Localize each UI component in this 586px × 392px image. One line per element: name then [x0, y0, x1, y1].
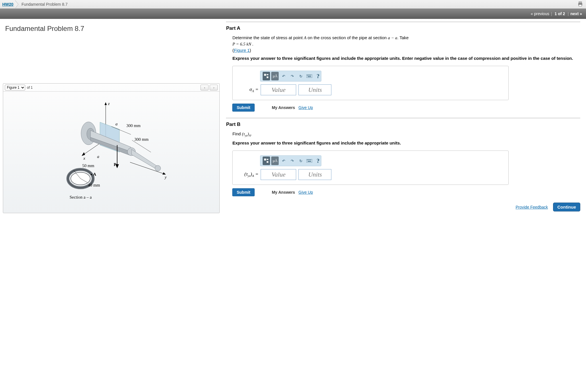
help-icon[interactable]: ? — [316, 73, 319, 80]
figure-diagram: z x y a a A — [51, 95, 172, 209]
right-column: Part A Determine the state of stress at … — [223, 19, 586, 217]
chevron-right-icon — [15, 0, 19, 9]
print-icon[interactable] — [577, 1, 583, 7]
part-b-submit-row: Submit My Answers Give Up — [232, 188, 580, 196]
figure-next-button[interactable]: › — [210, 85, 218, 90]
part-a-submit-row: Submit My Answers Give Up — [232, 104, 580, 112]
part-b-give-up[interactable]: Give Up — [298, 190, 313, 195]
svg-text:300 mm: 300 mm — [134, 137, 149, 142]
keyboard-icon[interactable] — [306, 72, 313, 80]
continue-button[interactable]: Continue — [553, 203, 580, 211]
part-a-my-answers[interactable]: My Answers — [272, 105, 295, 110]
part-a: Part A Determine the state of stress at … — [226, 22, 580, 112]
part-a-value-input[interactable] — [261, 84, 296, 95]
help-icon[interactable]: ? — [316, 158, 319, 164]
svg-rect-50 — [308, 76, 311, 77]
svg-point-23 — [155, 165, 161, 171]
svg-marker-22 — [131, 149, 158, 170]
svg-text:x: x — [83, 156, 85, 161]
svg-text:50 mm: 50 mm — [82, 163, 94, 168]
svg-rect-59 — [310, 160, 311, 160]
svg-rect-44 — [306, 74, 312, 78]
nav-strip: « previous | 1 of 2 | next » — [0, 9, 586, 19]
svg-rect-57 — [309, 160, 309, 160]
part-b-value-input[interactable] — [261, 169, 296, 180]
part-a-lhs: σA = — [238, 87, 258, 93]
equation-toolbar: µÅ ↶ ↷ ↻ ? — [260, 155, 321, 166]
part-a-give-up[interactable]: Give Up — [298, 105, 313, 110]
part-a-instructions: Express your answer to three significant… — [232, 56, 580, 61]
keyboard-icon[interactable] — [306, 157, 313, 165]
svg-rect-52 — [267, 159, 268, 160]
undo-icon[interactable]: ↶ — [280, 72, 287, 80]
figure-prev-button[interactable]: ‹ — [200, 85, 209, 90]
svg-rect-42 — [267, 74, 268, 75]
svg-text:300 mm: 300 mm — [126, 123, 141, 128]
symbols-icon[interactable]: µÅ — [271, 72, 279, 80]
svg-point-34 — [91, 174, 92, 175]
svg-text:P: P — [114, 162, 116, 167]
nav-next[interactable]: next » — [571, 11, 582, 16]
svg-text:A: A — [93, 172, 96, 177]
svg-rect-45 — [307, 75, 308, 76]
part-b-title: Part B — [226, 122, 580, 127]
svg-rect-41 — [264, 74, 266, 76]
nav-counter: 1 of 2 — [554, 11, 565, 16]
hw-link[interactable]: HW20 — [2, 2, 13, 7]
svg-text:a: a — [115, 122, 118, 126]
figure-link[interactable]: Figure 1 — [234, 48, 249, 53]
redo-icon[interactable]: ↷ — [288, 72, 296, 80]
svg-rect-43 — [267, 76, 268, 78]
figure-count: of 1 — [27, 86, 33, 90]
symbols-icon[interactable]: µÅ — [271, 157, 279, 165]
svg-rect-55 — [307, 160, 308, 160]
provide-feedback-link[interactable]: Provide Feedback — [516, 205, 548, 209]
page-title: Fundamental Problem 8.7 — [5, 25, 219, 33]
figure-panel: Figure 1 of 1 ‹ › z x — [3, 83, 220, 213]
svg-text:Section a – a: Section a – a — [70, 195, 92, 199]
svg-text:y: y — [164, 175, 167, 179]
reset-icon[interactable]: ↻ — [297, 157, 304, 165]
svg-marker-7 — [82, 152, 85, 156]
svg-rect-49 — [310, 75, 311, 76]
template-icon[interactable] — [263, 157, 270, 165]
svg-text:a: a — [97, 154, 99, 159]
undo-icon[interactable]: ↶ — [280, 157, 287, 165]
part-b: Part B Find (τyz)A. Express your answer … — [226, 118, 580, 196]
nav-previous[interactable]: « previous — [531, 11, 549, 16]
figure-toolbar: Figure 1 of 1 ‹ › — [3, 84, 219, 92]
svg-text:z: z — [108, 101, 110, 106]
part-b-prompt: Find (τyz)A. — [232, 131, 580, 138]
svg-rect-2 — [579, 5, 582, 6]
part-b-instructions: Express your answer to three significant… — [232, 140, 580, 146]
part-b-units-input[interactable] — [298, 169, 331, 180]
part-a-submit-button[interactable]: Submit — [232, 104, 254, 112]
part-b-lhs: (τyz)A = — [238, 171, 258, 177]
part-b-answer-box: µÅ ↶ ↷ ↻ ? (τyz)A = — [232, 151, 508, 185]
svg-text:40 mm: 40 mm — [88, 183, 100, 187]
breadcrumb-bar: HW20 Fundamental Problem 8.7 — [0, 0, 586, 9]
svg-rect-56 — [308, 160, 308, 160]
svg-rect-1 — [579, 2, 582, 3]
svg-rect-51 — [264, 159, 266, 161]
nav-sep: | — [568, 11, 569, 16]
footer-actions: Provide Feedback Continue — [226, 203, 580, 211]
reset-icon[interactable]: ↻ — [297, 72, 304, 80]
part-a-prompt: Determine the state of stress at point A… — [232, 35, 580, 53]
part-a-answer-box: µÅ ↶ ↷ ↻ ? σA = — [232, 66, 508, 100]
figure-selector[interactable]: Figure 1 — [5, 85, 25, 90]
redo-icon[interactable]: ↷ — [288, 157, 296, 165]
part-a-title: Part A — [226, 25, 580, 31]
part-b-submit-button[interactable]: Submit — [232, 188, 254, 196]
svg-rect-58 — [310, 160, 310, 160]
svg-rect-46 — [308, 75, 308, 76]
nav-sep: | — [551, 11, 552, 16]
svg-rect-60 — [308, 161, 311, 162]
svg-rect-47 — [309, 75, 309, 76]
breadcrumb-title: Fundamental Problem 8.7 — [21, 2, 68, 7]
left-column: Fundamental Problem 8.7 Figure 1 of 1 ‹ … — [0, 19, 223, 217]
part-a-units-input[interactable] — [298, 84, 331, 95]
template-icon[interactable] — [263, 72, 270, 80]
svg-marker-4 — [105, 102, 107, 105]
part-b-my-answers[interactable]: My Answers — [272, 190, 295, 195]
